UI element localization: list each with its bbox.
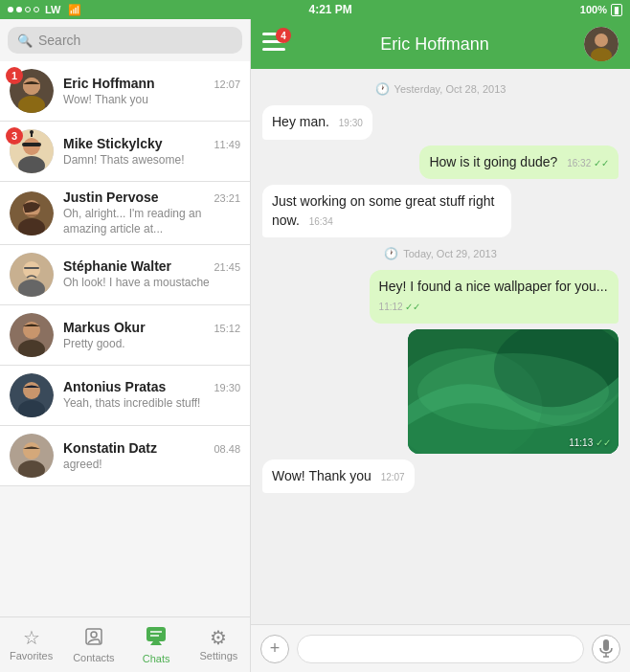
chat-header-eric: Eric Hoffmann 12:07 xyxy=(63,76,240,91)
svg-rect-28 xyxy=(146,627,166,641)
chat-name-stephanie: Stéphanie Walter xyxy=(63,258,171,274)
battery-label: 100% xyxy=(580,4,607,15)
message-input[interactable] xyxy=(297,635,584,663)
tab-contacts[interactable]: Contacts xyxy=(62,617,124,672)
avatar-wrap-mike: 3 xyxy=(10,129,54,173)
chat-preview-stephanie: Oh look! I have a moustache xyxy=(63,276,240,291)
tab-settings[interactable]: ⚙ Settings xyxy=(188,617,250,672)
bubble-text-2: How is it going dude? xyxy=(429,154,557,169)
tab-chats[interactable]: Chats xyxy=(125,617,188,672)
svg-point-24 xyxy=(23,442,40,459)
tab-favorites-label: Favorites xyxy=(10,650,53,661)
msg-time-2: 16:32 ✓✓ xyxy=(567,158,609,168)
message-row-4: Hey! I found a nice wallpaper for you...… xyxy=(262,270,619,323)
battery-icon: ▮ xyxy=(611,4,622,16)
badge-mike: 3 xyxy=(6,127,23,145)
message-row-6: Wow! Thank you 12:07 xyxy=(262,459,619,494)
input-bar: + xyxy=(251,624,630,672)
date-divider-2: 🕐 Today, Oct 29, 2013 xyxy=(262,247,619,260)
chat-item-stephanie[interactable]: Stéphanie Walter 21:45 Oh look! I have a… xyxy=(0,245,250,305)
image-time: 11:13 ✓✓ xyxy=(569,437,611,448)
settings-icon: ⚙ xyxy=(210,628,227,647)
bubble-text-1: Hey man. xyxy=(272,114,329,129)
chat-name-konstatin: Konstatin Datz xyxy=(63,440,157,456)
svg-point-3 xyxy=(23,78,40,95)
message-row-2: How is it going dude? 16:32 ✓✓ xyxy=(262,146,619,180)
chat-preview-eric: Wow! Thank you xyxy=(63,93,240,106)
status-time: 4:21 PM xyxy=(309,3,352,16)
avatar-wrap-konstatin xyxy=(10,434,54,478)
chat-item-eric[interactable]: 1 Eric Hoffmann 12:07 Wow! Thank you xyxy=(0,61,250,122)
signal-dot-3 xyxy=(25,7,31,12)
bubble-2: How is it going dude? 16:32 ✓✓ xyxy=(419,146,619,180)
chat-item-markus[interactable]: Markus Okur 15:12 Pretty good. xyxy=(0,305,250,366)
search-bar[interactable]: 🔍 Search xyxy=(8,27,242,54)
header-avatar[interactable] xyxy=(584,27,619,61)
chat-info-mike: Mike Stickylcky 11:49 Damn! Thats awesom… xyxy=(63,136,240,167)
chat-name-justin: Justin Pervose xyxy=(63,190,159,205)
chat-item-konstatin[interactable]: Konstatin Datz 08.48 agreed! xyxy=(0,426,250,486)
image-placeholder xyxy=(408,329,619,454)
svg-rect-41 xyxy=(603,639,609,651)
message-row-1: Hey man. 19:30 xyxy=(262,105,619,140)
chat-header-markus: Markus Okur 15:12 xyxy=(63,320,240,335)
tab-bar: ☆ Favorites Contacts xyxy=(0,616,250,672)
avatar-wrap-antonius xyxy=(10,373,54,417)
add-button[interactable]: + xyxy=(260,635,289,663)
message-row-5: 11:13 ✓✓ xyxy=(262,329,619,454)
mic-button[interactable] xyxy=(592,635,620,663)
bubble-3: Just working on some great stuff right n… xyxy=(262,185,511,237)
avatar-justin xyxy=(10,191,54,235)
svg-point-27 xyxy=(91,632,97,638)
message-row-3: Just working on some great stuff right n… xyxy=(262,185,619,237)
bubble-4: Hey! I found a nice wallpaper for you...… xyxy=(370,270,619,323)
msg-time-3: 16:34 xyxy=(309,216,333,227)
date-text-2: Today, Oct 29, 2013 xyxy=(403,248,497,259)
tab-settings-label: Settings xyxy=(200,650,238,661)
badge-eric: 1 xyxy=(6,67,23,84)
chat-time-eric: 12:07 xyxy=(214,78,240,90)
chat-preview-justin: Oh, alright... I'm reading an amazing ar… xyxy=(63,207,240,236)
status-bar: LW 📶 4:21 PM 100% ▮ xyxy=(0,0,630,19)
bubble-text-3: Just working on some great stuff right n… xyxy=(272,193,494,228)
favorites-icon: ☆ xyxy=(23,628,40,647)
chat-time-justin: 23:21 xyxy=(214,192,240,204)
wifi-icon: 📶 xyxy=(68,4,81,16)
avatar-wrap-stephanie xyxy=(10,253,54,297)
chat-item-justin[interactable]: Justin Pervose 23:21 Oh, alright... I'm … xyxy=(0,182,250,245)
chat-title: Eric Hoffmann xyxy=(295,34,574,55)
chat-preview-antonius: Yeah, thats incredible stuff! xyxy=(63,396,240,412)
image-bubble: 11:13 ✓✓ xyxy=(408,329,619,454)
menu-button[interactable]: 4 xyxy=(262,33,285,56)
tab-favorites[interactable]: ☆ Favorites xyxy=(0,617,62,672)
chat-time-konstatin: 08.48 xyxy=(214,443,240,455)
chat-preview-mike: Damn! Thats awesome! xyxy=(63,153,240,167)
signal-dot-4 xyxy=(34,7,39,12)
chat-item-antonius[interactable]: Antonius Pratas 19:30 Yeah, thats incred… xyxy=(0,366,250,426)
svg-point-35 xyxy=(595,34,608,47)
tab-chats-label: Chats xyxy=(143,653,170,664)
contacts-icon xyxy=(84,627,103,649)
svg-rect-7 xyxy=(22,143,41,146)
chat-preview-markus: Pretty good. xyxy=(63,337,240,350)
chat-time-stephanie: 21:45 xyxy=(214,261,240,273)
chat-item-mike[interactable]: 3 Mike Stickylcky 11:49 Damn! Thats awes… xyxy=(0,122,250,182)
status-signal: LW 📶 xyxy=(8,4,81,16)
chats-icon xyxy=(146,626,167,650)
avatar-antonius xyxy=(10,373,54,417)
chat-preview-konstatin: agreed! xyxy=(63,458,240,471)
signal-dot-1 xyxy=(8,7,13,12)
messages-area: 🕐 Yesterday, Oct 28, 2013 Hey man. 19:30… xyxy=(251,69,630,624)
avatar-wrap-markus xyxy=(10,313,54,357)
chat-name-mike: Mike Stickylcky xyxy=(63,136,163,151)
main-layout: 🔍 Search 1 xyxy=(0,19,630,672)
svg-rect-16 xyxy=(24,267,39,269)
svg-rect-33 xyxy=(262,48,285,51)
chat-name-eric: Eric Hoffmann xyxy=(63,76,155,91)
svg-point-40 xyxy=(417,353,609,430)
clock-icon-2: 🕐 xyxy=(384,247,398,260)
chat-header-antonius: Antonius Pratas 19:30 xyxy=(63,379,240,394)
avatar-konstatin xyxy=(10,434,54,478)
clock-icon-1: 🕐 xyxy=(375,82,390,96)
search-icon: 🔍 xyxy=(17,34,33,48)
